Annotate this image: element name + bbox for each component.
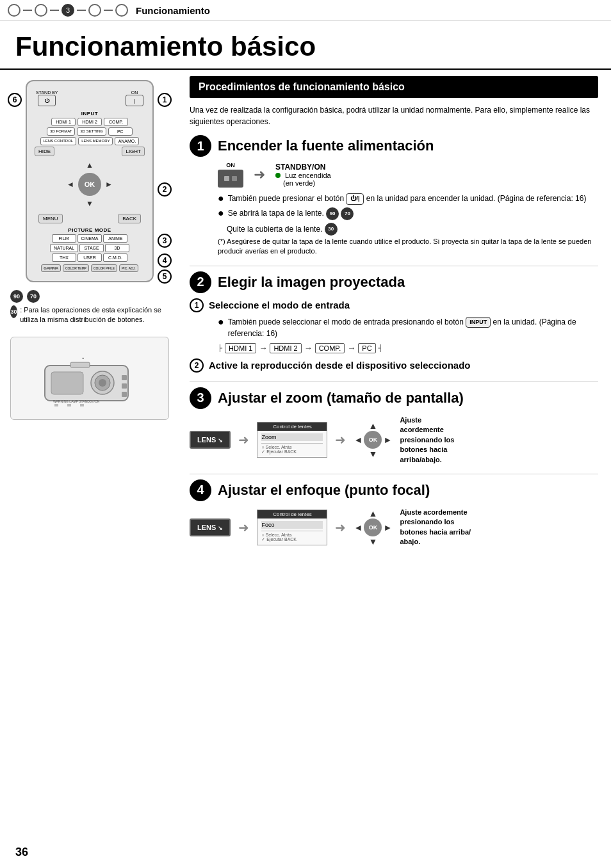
comp-button[interactable]: COMP.: [104, 118, 128, 126]
zoom-arr-up[interactable]: ▲: [368, 421, 377, 431]
step-2-num: 2: [190, 271, 211, 293]
zoom-arr-down[interactable]: ▼: [368, 449, 377, 459]
step-1-title: Encender la fuente alimentación: [218, 138, 434, 154]
step2-bullet-1: ● También puede seleccionar el modo de e…: [218, 316, 598, 339]
svg-rect-10: [54, 404, 58, 406]
focus-ok-center[interactable]: OK: [364, 518, 382, 536]
step-circles: 3: [8, 4, 128, 17]
label-1: 1: [158, 93, 172, 107]
standby-on-row: STAND BY ⏻ ON |: [32, 88, 147, 109]
step-3-title: Ajustar el zoom (tamaño de pantalla): [218, 390, 464, 406]
anamo-button[interactable]: ANAMO.: [115, 137, 139, 145]
zoom-ok-nav: OK ▲ ▼ ◄ ►: [354, 421, 392, 459]
step-2-title-row: 2 Elegir la imagen proyectada: [190, 271, 598, 293]
3d-format-button[interactable]: 3D FORMAT: [47, 127, 75, 136]
anime-button[interactable]: ANIME: [103, 234, 127, 243]
arrow-left-button[interactable]: ◄: [64, 178, 77, 191]
zoom-menu: Control de lentes Zoom ○ Selecc. Atrás ✓…: [257, 422, 327, 458]
zoom-arr-left[interactable]: ◄: [354, 435, 363, 445]
menu-button[interactable]: MENU: [38, 214, 63, 223]
color-pfile-button[interactable]: COLOR PFILE: [91, 264, 117, 272]
section-box: Procedimientos de funcionamiento básico: [190, 76, 598, 98]
user-button[interactable]: USER: [77, 253, 102, 262]
chain-pc: PC: [358, 343, 375, 353]
pic-mode-row-3: THX USER C.M.D.: [32, 253, 147, 262]
ok-button[interactable]: OK: [78, 173, 101, 196]
luz-sub-label: (en verde): [283, 179, 331, 187]
badge-90-step1: 90: [326, 207, 339, 220]
step-2-container: 2 Elegir la imagen proyectada 1 Seleccio…: [190, 271, 598, 373]
step-4-container: 4 Ajustar el enfoque (punto focal) LENS …: [190, 479, 598, 547]
focus-diagram: LENS ↘ ➜ Control de lentes Foco ○ Selecc…: [190, 508, 598, 547]
svg-text:WARNING  LAMP  STANDBY/ON: WARNING LAMP STANDBY/ON: [53, 399, 100, 403]
back-button[interactable]: BACK: [118, 214, 141, 223]
focus-arrow-2: ➜: [335, 520, 346, 535]
input-row-1: HDMI 1 HDMI 2 COMP.: [32, 118, 147, 126]
label-2: 2: [158, 182, 172, 197]
standby-button[interactable]: ⏻: [38, 95, 56, 106]
pic-adj-button[interactable]: PIC. ADJ.: [119, 264, 138, 272]
asterisk-note: (*) Asegúrese de quitar la tapa de la le…: [218, 237, 598, 257]
badge-row: 90 70: [10, 290, 169, 303]
focus-arr-right[interactable]: ►: [384, 522, 393, 533]
focus-menu-item: Foco: [261, 521, 323, 529]
standby-on-label: STANDBY/ON: [275, 163, 331, 172]
cinema-button[interactable]: CiNEMA: [77, 234, 102, 243]
stage-button[interactable]: STAGE: [79, 244, 104, 252]
badge-90: 90: [10, 290, 23, 303]
natural-button[interactable]: NATURAL: [50, 244, 78, 252]
step-line-3: [77, 10, 86, 11]
zoom-arr-right[interactable]: ►: [384, 435, 393, 445]
zoom-ok-center[interactable]: OK: [364, 431, 382, 449]
hdmi1-button[interactable]: HDMI 1: [51, 118, 76, 126]
arrow-right-button[interactable]: ►: [102, 178, 115, 191]
step-4-title-row: 4 Ajustar el enfoque (punto focal): [190, 479, 598, 501]
on-label-step1: ON: [226, 162, 235, 168]
thx-button[interactable]: THX: [52, 253, 76, 262]
divider-3: [190, 474, 598, 474]
cmd-button[interactable]: C.M.D.: [103, 253, 127, 262]
label-5: 5: [158, 266, 172, 284]
zoom-arrow-1: ➜: [238, 432, 249, 447]
color-temp-button[interactable]: COLOR TEMP: [63, 264, 89, 272]
picture-mode-label: PICTURE MODE: [32, 227, 147, 233]
header-title: Funcionamiento: [136, 5, 210, 16]
zoom-menu-title: Control de lentes: [257, 422, 327, 431]
remote-wrapper: 6 1 2 3: [10, 80, 169, 282]
3d-setting-button[interactable]: 3D SETTING: [77, 127, 106, 136]
pic-mode-row-1: FILM CiNEMA ANIME: [32, 234, 147, 243]
zoom-menu-footer: ○ Selecc. Atrás ✓ Ejecutar BACK: [261, 443, 323, 454]
lens-memory-button[interactable]: LENS MEMORY: [78, 137, 113, 145]
hdmi2-button[interactable]: HDMI 2: [77, 118, 102, 126]
svg-rect-14: [224, 176, 229, 181]
arrow-down-button[interactable]: ▼: [83, 197, 96, 210]
chain-arrow-2: →: [304, 343, 313, 353]
header-bar: 3 Funcionamiento: [0, 0, 611, 21]
focus-arr-left[interactable]: ◄: [354, 522, 363, 533]
input-badge: INPUT: [466, 317, 491, 328]
lens-control-button[interactable]: LENS CONTROL: [40, 137, 77, 145]
on-label: ON: [131, 90, 138, 95]
arrow-up-button[interactable]: ▲: [83, 159, 96, 172]
sub-step-2-1: 1 Seleccione el modo de entrada: [190, 298, 598, 312]
right-column: Procedimientos de funcionamiento básico …: [179, 70, 611, 562]
on-button[interactable]: |: [126, 95, 143, 106]
pc-button[interactable]: PC: [108, 127, 133, 136]
step-1-num: 1: [190, 135, 211, 157]
film-button[interactable]: FILM: [52, 234, 76, 243]
gamma-button[interactable]: GAMMA: [41, 264, 61, 272]
hide-button[interactable]: HIDE: [35, 147, 54, 156]
divider-2: [190, 382, 598, 382]
step2-bullets: ● También puede seleccionar el modo de e…: [218, 316, 598, 339]
3d-pic-button[interactable]: 3D: [105, 244, 129, 252]
chain-arrow-3: →: [347, 343, 355, 353]
chain-comp: COMP.: [315, 343, 345, 353]
focus-menu: Control de lentes Foco ○ Selecc. Atrás ✓…: [257, 510, 327, 545]
focus-menu-footer: ○ Selecc. Atrás ✓ Ejecutar BACK: [261, 531, 323, 542]
focus-arr-down[interactable]: ▼: [368, 536, 377, 547]
lens-btn-zoom: LENS ↘: [190, 431, 231, 449]
bottom-btns-row: GAMMA COLOR TEMP COLOR PFILE PIC. ADJ.: [32, 264, 147, 272]
chain-hdmi1: HDMI 1: [225, 343, 256, 353]
focus-arr-up[interactable]: ▲: [368, 508, 377, 518]
light-button[interactable]: LIGHT: [122, 147, 145, 156]
